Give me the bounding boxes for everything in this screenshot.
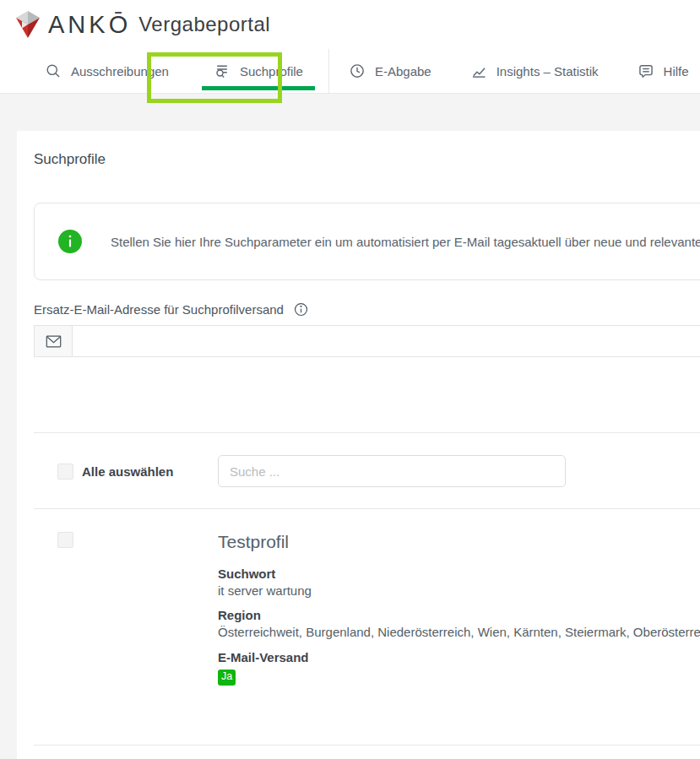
nav-item-insights-statistik[interactable]: Insights – Statistik (451, 49, 618, 93)
product-name: Vergabeportal (138, 13, 270, 36)
replacement-email-input[interactable] (73, 326, 700, 356)
email-versand-badge: Ja (218, 670, 236, 686)
info-circle-icon (58, 230, 82, 253)
app-header: ANKŌ Vergabeportal (0, 0, 700, 49)
replacement-email-group (34, 325, 700, 357)
replacement-email-label-row: Ersatz-E-Mail-Adresse für Suchprofilvers… (34, 302, 700, 317)
info-banner: Stellen Sie hier Ihre Suchparameter ein … (34, 203, 700, 280)
select-all-checkbox[interactable] (57, 464, 73, 480)
info-outline-icon[interactable] (294, 302, 308, 317)
profile-search-input[interactable] (218, 455, 566, 487)
divider (34, 745, 700, 745)
nav-item-e-abgabe[interactable]: E-Abgabe (329, 49, 451, 93)
active-tab-underline (202, 86, 315, 90)
select-all-label: Alle auswählen (82, 464, 173, 479)
email-versand-label: E-Mail-Versand (218, 650, 700, 664)
saved-search-icon (214, 62, 231, 79)
nav-item-ausschreibungen[interactable]: Ausschreibungen (25, 49, 188, 93)
region-value: Österreichweit, Burgenland, Niederösterr… (218, 625, 700, 639)
profile-content: Testprofil Suchwort it server wartung Re… (218, 532, 700, 686)
nav-label: Ausschreibungen (71, 64, 169, 79)
select-all-row: Alle auswählen (34, 455, 700, 487)
brand-name: ANKŌ (48, 11, 131, 39)
profile-checkbox[interactable] (57, 532, 73, 548)
nav-item-hilfe[interactable]: Hilfe (618, 49, 700, 93)
clock-icon (349, 62, 366, 79)
suchwort-value: it server wartung (218, 583, 700, 598)
divider (34, 508, 700, 509)
page-title: Suchprofile (34, 151, 700, 168)
nav-item-suchprofile[interactable]: Suchprofile (188, 49, 329, 93)
line-chart-icon (470, 62, 487, 79)
profile-title[interactable]: Testprofil (218, 532, 700, 552)
nav-label: Suchprofile (240, 64, 303, 79)
profile-row-testprofil: Testprofil Suchwort it server wartung Re… (34, 532, 700, 686)
divider (34, 432, 700, 433)
suchwort-label: Suchwort (218, 567, 700, 581)
suchprofile-card: Suchprofile Stellen Sie hier Ihre Suchpa… (17, 131, 700, 759)
chat-bubble-icon (638, 62, 654, 79)
main-nav: Ausschreibungen Suchprofile E-Abgabe Ins… (0, 49, 700, 94)
email-addon (35, 326, 73, 356)
search-icon (45, 62, 62, 79)
region-label: Region (218, 608, 700, 622)
anko-logo-icon (14, 10, 41, 39)
profile-checkbox-col (34, 532, 218, 686)
mail-icon (46, 334, 62, 349)
replacement-email-label: Ersatz-E-Mail-Adresse für Suchprofilvers… (34, 302, 284, 317)
nav-label: E-Abgabe (375, 64, 431, 79)
nav-label: Hilfe (664, 64, 689, 79)
info-banner-text: Stellen Sie hier Ihre Suchparameter ein … (111, 235, 700, 249)
nav-label: Insights – Statistik (497, 64, 599, 79)
